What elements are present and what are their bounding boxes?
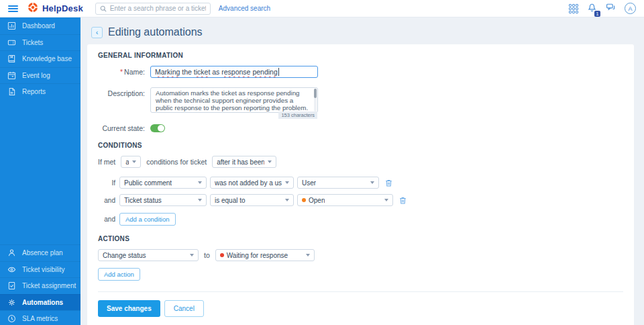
chevron-down-icon bbox=[268, 160, 272, 163]
notifications-button[interactable]: 1 bbox=[587, 2, 597, 15]
brand-name: HelpDesk bbox=[42, 3, 83, 13]
advanced-search-link[interactable]: Advanced search bbox=[219, 5, 270, 12]
condition-prefix: and bbox=[98, 197, 115, 204]
helpdesk-app: HelpDesk Advanced search 1 A bbox=[0, 0, 644, 325]
sidebar-item-reports[interactable]: Reports bbox=[0, 83, 80, 100]
add-condition-row: and Add a condition bbox=[98, 213, 623, 226]
name-row: *Name: Marking the ticket as response pe… bbox=[98, 66, 623, 78]
ticket-visibility-icon bbox=[7, 265, 16, 274]
trigger-select[interactable]: after it has been edited bbox=[212, 156, 276, 168]
event-log-icon bbox=[7, 71, 16, 80]
absence-plan-icon bbox=[7, 248, 16, 257]
tickets-icon bbox=[7, 38, 16, 47]
sidebar-item-dashboard[interactable]: Dashboard bbox=[0, 17, 80, 34]
delete-condition-button[interactable] bbox=[384, 179, 393, 187]
sidebar-item-automations[interactable]: Automations bbox=[0, 294, 80, 311]
search-input[interactable] bbox=[110, 5, 206, 12]
chevron-down-icon bbox=[306, 254, 310, 257]
current-state-row: Current state: bbox=[98, 124, 623, 132]
chevron-down-icon bbox=[285, 199, 289, 201]
sidebar: Dashboard Tickets Knowledge base Event l… bbox=[0, 17, 80, 325]
sidebar-item-event-log[interactable]: Event log bbox=[0, 67, 80, 84]
automation-form-card: GENERAL INFORMATION *Name: Marking the t… bbox=[87, 44, 634, 325]
save-changes-button[interactable]: Save changes bbox=[98, 300, 160, 317]
trash-icon bbox=[398, 196, 407, 205]
back-button[interactable]: ‹ bbox=[91, 27, 103, 38]
name-input[interactable]: Marking the ticket as response pending bbox=[150, 66, 318, 78]
character-counter: 153 characters bbox=[278, 111, 317, 119]
chevron-down-icon bbox=[370, 181, 374, 184]
condition-row: If Public comment was not added by a use… bbox=[98, 177, 623, 189]
search-box[interactable] bbox=[95, 3, 211, 15]
conditions-section-label: CONDITIONS bbox=[98, 142, 623, 149]
conditions-trigger-row: If met all conditions for ticket after i… bbox=[98, 156, 623, 168]
sidebar-item-knowledge-base[interactable]: Knowledge base bbox=[0, 50, 80, 67]
text-cursor bbox=[278, 68, 279, 76]
condition-value-select[interactable]: Open bbox=[297, 194, 393, 206]
scrollbar-thumb[interactable] bbox=[314, 89, 317, 98]
user-avatar[interactable]: A bbox=[625, 3, 636, 14]
conditions-for-ticket-label: conditions for ticket bbox=[146, 158, 207, 166]
add-condition-button[interactable]: Add a condition bbox=[119, 213, 176, 226]
knowledge-base-icon bbox=[7, 54, 16, 63]
content: ‹ Editing automations GENERAL INFORMATIO… bbox=[80, 17, 644, 325]
name-label: *Name: bbox=[98, 66, 145, 78]
chevron-down-icon bbox=[198, 181, 202, 184]
chat-button[interactable] bbox=[606, 2, 616, 15]
chevron-down-icon bbox=[190, 254, 194, 257]
condition-field-select[interactable]: Ticket status bbox=[119, 194, 207, 206]
lifebuoy-logo-icon bbox=[28, 2, 38, 15]
description-row: Description: Automation marks the ticket… bbox=[98, 87, 623, 113]
sidebar-item-sla-metrics[interactable]: SLA metrics bbox=[0, 310, 80, 325]
condition-prefix: and bbox=[98, 216, 115, 223]
notification-badge: 1 bbox=[594, 11, 600, 17]
automations-icon bbox=[7, 298, 16, 307]
condition-prefix: If bbox=[98, 179, 115, 187]
search-icon bbox=[100, 3, 107, 15]
current-state-toggle[interactable] bbox=[150, 124, 165, 132]
delete-condition-button[interactable] bbox=[398, 196, 407, 205]
dashboard-icon bbox=[7, 21, 16, 30]
action-row: Change status to Waiting for response bbox=[98, 249, 623, 261]
action-field-select[interactable]: Change status bbox=[98, 249, 199, 261]
description-label: Description: bbox=[98, 87, 145, 113]
brand-logo[interactable]: HelpDesk bbox=[28, 2, 83, 15]
quantifier-select[interactable]: all bbox=[121, 156, 141, 168]
description-textarea[interactable]: Automation marks the ticket as response … bbox=[150, 87, 318, 113]
sidebar-item-ticket-assignment[interactable]: Ticket assignment bbox=[0, 277, 80, 294]
page-header: ‹ Editing automations bbox=[91, 26, 634, 38]
status-dot bbox=[302, 198, 306, 202]
sla-metrics-icon bbox=[7, 314, 16, 323]
current-state-label: Current state: bbox=[98, 124, 145, 132]
to-label: to bbox=[204, 251, 210, 259]
condition-value-select[interactable]: User bbox=[297, 177, 379, 189]
required-asterisk: * bbox=[120, 68, 123, 76]
action-value-select[interactable]: Waiting for response bbox=[215, 249, 315, 261]
condition-row: and Ticket status is equal to Open bbox=[98, 194, 623, 206]
chevron-down-icon bbox=[198, 199, 202, 201]
trash-icon bbox=[384, 179, 393, 187]
chevron-down-icon bbox=[132, 160, 136, 163]
topbar: HelpDesk Advanced search 1 A bbox=[0, 0, 644, 17]
condition-operator-select[interactable]: was not added by a user with t... bbox=[210, 177, 294, 189]
add-action-button[interactable]: Add action bbox=[98, 268, 140, 281]
form-buttons-row: Save changes Cancel bbox=[98, 291, 623, 317]
topbar-actions: 1 A bbox=[569, 2, 636, 15]
name-input-text: Marking the ticket as response pending bbox=[155, 68, 278, 76]
sidebar-item-tickets[interactable]: Tickets bbox=[0, 34, 80, 51]
cancel-button[interactable]: Cancel bbox=[164, 300, 204, 317]
condition-operator-select[interactable]: is equal to bbox=[210, 194, 294, 206]
chevron-down-icon bbox=[384, 199, 388, 201]
condition-field-select[interactable]: Public comment bbox=[119, 177, 207, 189]
if-met-label: If met bbox=[98, 158, 115, 166]
chat-bubbles-icon bbox=[606, 2, 616, 15]
chevron-down-icon bbox=[285, 181, 289, 184]
apps-grid-icon[interactable] bbox=[569, 4, 578, 13]
sidebar-item-absence-plan[interactable]: Absence plan bbox=[0, 244, 80, 261]
sidebar-item-ticket-visibility[interactable]: Ticket visibility bbox=[0, 261, 80, 278]
reports-icon bbox=[7, 87, 16, 96]
general-information-section-label: GENERAL INFORMATION bbox=[98, 52, 623, 59]
description-scrollbar[interactable] bbox=[314, 89, 317, 111]
hamburger-menu-icon[interactable] bbox=[8, 4, 18, 13]
actions-section-label: ACTIONS bbox=[98, 235, 623, 242]
